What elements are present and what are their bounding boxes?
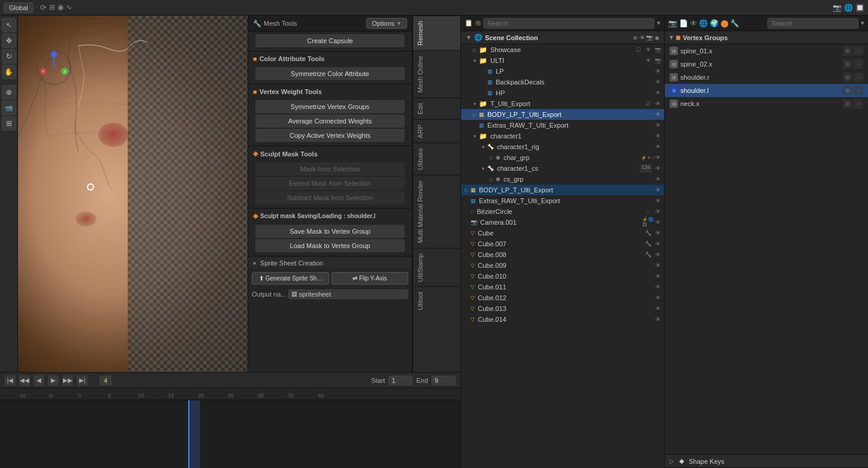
tree-item-body-lp2[interactable]: ▷ ▦ BODY_LP_T_Ulti_Export 👁 — [461, 185, 664, 195]
scene-collapse-arrow[interactable]: ▼ — [466, 34, 472, 41]
cube012-eye[interactable]: 👁 — [653, 294, 662, 302]
shape-keys-section[interactable]: ▷ ◆ Shape Keys — [665, 454, 868, 468]
play-btn[interactable]: ▶ — [48, 375, 59, 386]
symmetrize-color-btn[interactable]: Symmetrize Color Attribute — [255, 67, 405, 80]
display-icon[interactable]: ⊞ — [475, 19, 481, 27]
csgrp-arrow[interactable]: ▷ — [489, 176, 495, 182]
sprite-collapse-arrow[interactable]: ▾ — [253, 260, 256, 267]
tree-item-backpack[interactable]: ▦ BackpackDecals 👁 — [461, 77, 664, 87]
cube013-eye[interactable]: 👁 — [653, 304, 662, 313]
tab-ulitool[interactable]: Ulitool — [413, 286, 460, 315]
tree-item-ulti[interactable]: ▾ 📁 ULTI 👁 📷 — [461, 55, 664, 66]
filter-icon[interactable]: ▾ — [657, 19, 661, 27]
prev-frame-btn[interactable]: ◀ — [34, 375, 44, 386]
showcase-arrow[interactable]: ▷ — [472, 47, 478, 53]
cube007-eye[interactable]: 👁 — [653, 240, 662, 248]
tulti-arrow[interactable]: ▾ — [472, 101, 478, 107]
timeline-tracks[interactable] — [0, 400, 460, 468]
csgrp-eye[interactable]: 👁 — [653, 175, 662, 183]
tree-item-char1rig[interactable]: ▾ 🦴 character1_rig 👁 — [461, 141, 664, 152]
tree-item-cube011[interactable]: ▽ Cube.011 👁 — [461, 282, 664, 292]
hand-tool[interactable]: ✋ — [2, 65, 16, 79]
rotate-tool[interactable]: ↻ — [2, 49, 16, 64]
extras-root-eye[interactable]: 👁 — [653, 197, 662, 205]
symmetrize-vertex-btn[interactable]: Symmetrize Vertex Groups — [255, 100, 405, 113]
cube011-eye[interactable]: 👁 — [653, 283, 662, 291]
bezier-eye[interactable]: 👁 — [653, 207, 662, 216]
flip-y-axis-btn[interactable]: ⇄ Flip Y-Axis — [331, 272, 409, 285]
tree-item-cube014[interactable]: ▽ Cube.014 👁 — [461, 314, 664, 325]
showcase-check[interactable]: ☐ — [634, 46, 643, 54]
vg-item-spine02x[interactable]: ⊞ spine_02.x ⊞ → — [665, 58, 868, 71]
tree-item-char1[interactable]: ▾ 📁 character1 👁 — [461, 131, 664, 141]
transform-mode[interactable]: Global — [4, 2, 34, 13]
bodylp-arrow[interactable]: ▷ — [472, 111, 478, 117]
cube008-eye[interactable]: 👁 — [653, 250, 662, 259]
tree-item-cube008[interactable]: ▽ Cube.008 🔧 👁 — [461, 249, 664, 260]
subtract-mask-btn[interactable]: Subtract Mask from Selection — [255, 191, 405, 204]
move-tool[interactable]: ✥ — [2, 34, 16, 48]
props-object-icon[interactable]: ⬤ — [721, 19, 728, 28]
char1cs-arrow[interactable]: ▾ — [480, 165, 486, 171]
cube-eye[interactable]: 👁 — [653, 229, 662, 237]
bodylp2-eye[interactable]: 👁 — [653, 186, 662, 194]
tab-edit[interactable]: Edit — [413, 98, 460, 119]
load-mask-btn[interactable]: Load Mask to Vertex Group — [255, 239, 405, 252]
props-search-input[interactable] — [767, 18, 858, 29]
char1-arrow[interactable]: ▾ — [472, 133, 478, 139]
tree-item-cube010[interactable]: ▽ Cube.010 👁 — [461, 271, 664, 282]
cube014-eye[interactable]: 👁 — [653, 315, 662, 324]
mask-from-selection-btn[interactable]: Mask from Selection — [255, 162, 405, 176]
save-mask-btn[interactable]: Save Mask to Vertex Group — [255, 225, 405, 238]
tree-item-extras-root[interactable]: ▦ Extras_RAW_T_Ulti_Export 👁 — [461, 195, 664, 206]
vg-item-shoulderr[interactable]: ⊞ shoulder.r ⊞ → — [665, 71, 868, 84]
grid-icon[interactable]: ⊞ — [49, 3, 55, 12]
tree-item-lp[interactable]: ▦ LP 👁 — [461, 66, 664, 77]
tree-item-cube007[interactable]: ▽ Cube.007 🔧 👁 — [461, 238, 664, 249]
vg-action2-neckx[interactable]: → — [854, 99, 863, 108]
viewport[interactable]: Z Y X — [18, 16, 248, 372]
tree-item-camera[interactable]: 📷 Camera.001 ⚡🔵🖼 👁 — [461, 217, 664, 228]
view-icon[interactable]: 🔲 — [855, 4, 864, 12]
showcase-render[interactable]: 📷 — [653, 46, 662, 54]
props-modifier-icon[interactable]: 🔧 — [730, 19, 739, 28]
ulti-eye[interactable]: 👁 — [644, 56, 652, 65]
vg-action2-spine02x[interactable]: → — [854, 59, 863, 69]
props-scene-icon[interactable]: 🌐 — [699, 19, 708, 28]
tree-item-cube[interactable]: ▽ Cube 🔧 👁 — [461, 228, 664, 238]
lp-eye[interactable]: 👁 — [653, 67, 662, 76]
wave-icon[interactable]: ∿ — [66, 3, 72, 12]
tab-ulibake[interactable]: Ulibake — [413, 143, 460, 175]
average-connected-btn[interactable]: Average Connected Weights — [255, 114, 405, 128]
tree-item-csgrp[interactable]: ▷ ⊕ cs_grp 👁 — [461, 174, 664, 185]
tree-item-body-lp[interactable]: ▷ ▦ BODY_LP_T_Ulti_Export 👁 — [461, 109, 664, 120]
tree-item-char1cs[interactable]: ▾ 🦴 character1_cs 134 👁 — [461, 163, 664, 174]
vg-action-shoulderr[interactable]: ⊞ — [843, 73, 852, 82]
vg-item-shoulderl[interactable]: ⊞ shoulder.l ⊞ → — [665, 84, 868, 97]
copy-active-btn[interactable]: Copy Active Vertex Weights — [255, 129, 405, 142]
tree-item-tulti[interactable]: ▾ 📁 T_Ulti_Export ☑ 👁 — [461, 98, 664, 109]
grid-tool[interactable]: ⊞ — [2, 116, 16, 131]
char1-eye[interactable]: 👁 — [653, 132, 662, 140]
props-world-icon[interactable]: 🌍 — [710, 19, 719, 28]
tulti-eye[interactable]: 👁 — [653, 99, 662, 108]
bodylp2-arrow[interactable]: ▷ — [463, 187, 469, 193]
vg-action2-shoulderl[interactable]: → — [854, 86, 863, 95]
tree-item-hp[interactable]: ▦ HP 👁 — [461, 87, 664, 98]
hp-eye[interactable]: 👁 — [653, 89, 662, 97]
end-frame[interactable]: 9 — [432, 376, 456, 385]
loop-cut-tool[interactable]: ⊕ — [2, 85, 16, 99]
tree-item-cube013[interactable]: ▽ Cube.013 👁 — [461, 303, 664, 314]
vg-item-spine01x[interactable]: ⊞ spine_01.x ⊞ → — [665, 44, 868, 58]
ulti-render[interactable]: 📷 — [653, 56, 662, 65]
chargrp-eye[interactable]: 👁 — [653, 153, 662, 162]
tree-item-cube009[interactable]: ▽ Cube.009 👁 — [461, 260, 664, 271]
tab-arp[interactable]: ARP — [413, 119, 460, 143]
tree-item-extras1[interactable]: ▦ Extras_RAW_T_Ulti_Export 👁 — [461, 120, 664, 131]
vg-action-spine01x[interactable]: ⊞ — [843, 46, 852, 56]
prev-keyframe-btn[interactable]: ◀◀ — [19, 375, 30, 386]
jump-end-btn[interactable]: ▶| — [77, 375, 88, 386]
cube010-eye[interactable]: 👁 — [653, 272, 662, 280]
vg-action2-shoulderr[interactable]: → — [854, 73, 863, 82]
props-render-icon[interactable]: 📷 — [668, 19, 677, 28]
